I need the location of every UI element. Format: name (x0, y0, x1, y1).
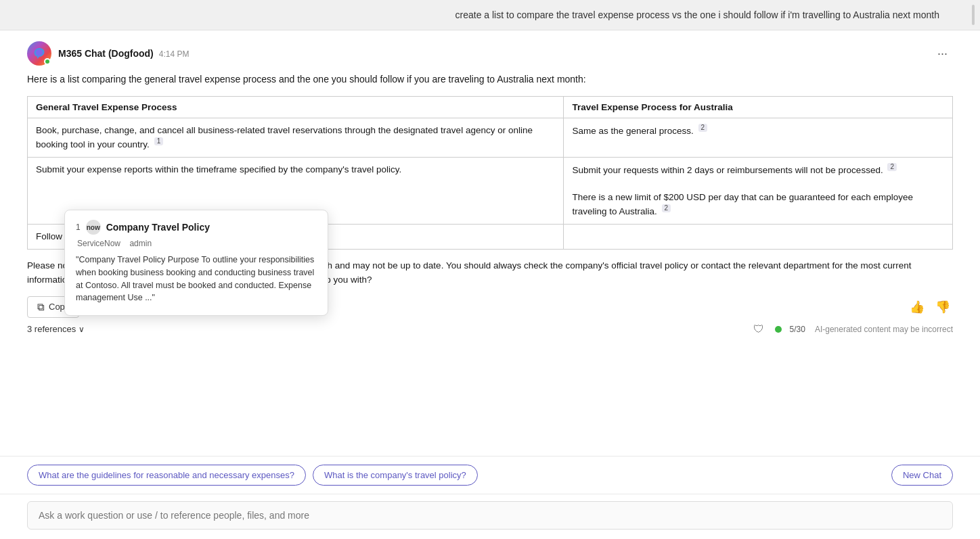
citation-2c[interactable]: 2 (662, 204, 671, 212)
references-label: 3 references (27, 324, 76, 334)
tooltip-source-icon: now (86, 220, 101, 235)
tooltip-popup: 1 now Company Travel Policy ServiceNow a… (64, 210, 328, 316)
suggestion-chip-2[interactable]: What is the company's travel policy? (313, 465, 478, 486)
scrollbar-indicator (972, 5, 975, 25)
thumbs-row: 👍 👎 (907, 297, 953, 317)
references-toggle[interactable]: 3 references ∨ (27, 324, 85, 334)
citation-2b[interactable]: 2 (887, 163, 897, 171)
word-count: 5/30 (790, 325, 805, 334)
shield-icon: 🛡 (753, 323, 764, 335)
thumbs-up-button[interactable]: 👍 (907, 297, 927, 317)
online-indicator (44, 58, 51, 65)
thumbs-down-button[interactable]: 👎 (933, 297, 953, 317)
message-time: 4:14 PM (159, 49, 190, 59)
message-header: M365 Chat (Dogfood) 4:14 PM ··· (27, 41, 953, 66)
table-cell: Same as the general process. 2 (564, 118, 953, 158)
ai-disclaimer: AI-generated content may be incorrect (815, 325, 953, 334)
new-chat-label: New Chat (903, 470, 941, 480)
avatar (27, 41, 51, 66)
suggestion-chip-1-label: What are the guidelines for reasonable a… (39, 470, 294, 480)
user-message-text: create a list to compare the travel expe… (455, 9, 939, 20)
cell-text: Submit your requests within 2 days or re… (572, 165, 883, 175)
table-cell (564, 225, 953, 250)
tooltip-num: 1 (76, 222, 81, 232)
sender-name: M365 Chat (Dogfood) (58, 48, 154, 59)
tooltip-excerpt: "Company Travel Policy Purpose To outlin… (76, 254, 317, 304)
chat-input[interactable] (27, 501, 953, 530)
tooltip-source-icon-text: now (87, 224, 100, 231)
message-meta: M365 Chat (Dogfood) 4:14 PM (58, 48, 189, 59)
cell-text: Book, purchase, change, and cancel all b… (36, 125, 533, 149)
table-cell: Submit your requests within 2 days or re… (564, 158, 953, 225)
tooltip-header: 1 now Company Travel Policy (76, 220, 317, 235)
response-intro: Here is a list comparing the general tra… (27, 72, 953, 87)
user-message-bar: create a list to compare the travel expe… (0, 0, 980, 30)
citation-2[interactable]: 2 (698, 124, 708, 132)
references-row: 3 references ∨ 🛡 5/30 AI-generated conte… (27, 323, 953, 335)
main-container: create a list to compare the travel expe… (0, 0, 980, 539)
tooltip-source-line: ServiceNow admin (77, 239, 317, 248)
cell-text: Same as the general process. (572, 126, 693, 136)
input-bar (0, 494, 980, 539)
tooltip-title: Company Travel Policy (106, 222, 210, 233)
more-options-button[interactable]: ··· (932, 44, 953, 64)
status-dot (775, 326, 782, 333)
suggestion-chip-1[interactable]: What are the guidelines for reasonable a… (27, 465, 306, 486)
copy-icon: ⧉ (37, 301, 45, 313)
citation-1[interactable]: 1 (154, 137, 164, 145)
table-cell: Book, purchase, change, and cancel all b… (28, 118, 564, 158)
table-row: Book, purchase, change, and cancel all b… (28, 118, 953, 158)
suggestion-chip-2-label: What is the company's travel policy? (324, 470, 466, 480)
cell-text: Submit your expense reports within the t… (36, 164, 401, 174)
suggestions-bar: What are the guidelines for reasonable a… (0, 456, 980, 494)
chevron-down-icon: ∨ (79, 325, 85, 334)
tooltip-source-role: admin (129, 239, 152, 248)
table-col1-header: General Travel Expense Process (28, 97, 564, 118)
cell-extra-text: There is a new limit of $200 USD per day… (572, 192, 913, 216)
tooltip-source-name: ServiceNow (77, 239, 120, 248)
table-col2-header: Travel Expense Process for Australia (564, 97, 953, 118)
new-chat-button[interactable]: New Chat (891, 465, 953, 486)
